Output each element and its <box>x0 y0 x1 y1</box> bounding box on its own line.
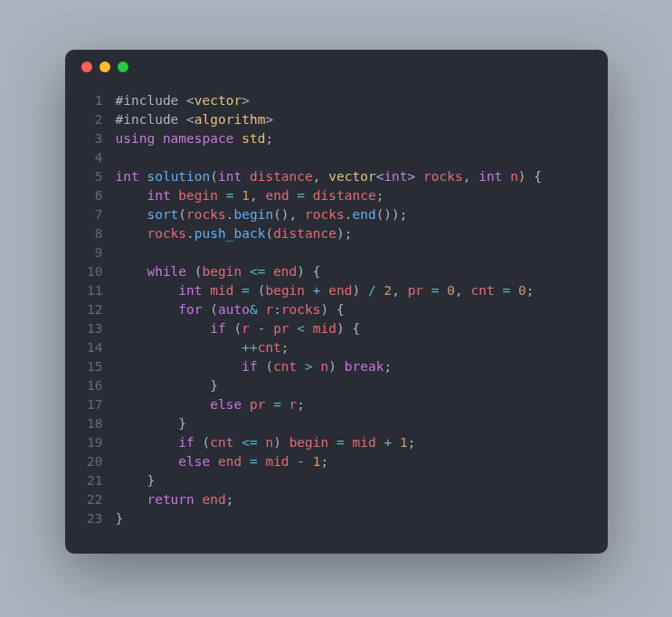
code-content: } <box>116 414 187 433</box>
line-number: 7 <box>65 205 116 224</box>
code-window: 1#include <vector>2#include <algorithm>3… <box>65 50 608 554</box>
code-line: 20 else end = mid - 1; <box>65 452 590 471</box>
code-line: 1#include <vector> <box>65 91 590 110</box>
maximize-icon[interactable] <box>118 62 128 72</box>
code-line: 19 if (cnt <= n) begin = mid + 1; <box>65 433 590 452</box>
code-line: 2#include <algorithm> <box>65 110 590 129</box>
line-number: 12 <box>65 300 116 319</box>
code-line: 4 <box>65 148 590 167</box>
line-number: 18 <box>65 414 116 433</box>
code-content: sort(rocks.begin(), rocks.end()); <box>116 205 408 224</box>
line-number: 10 <box>65 262 116 281</box>
minimize-icon[interactable] <box>99 62 110 72</box>
code-content: using namespace std; <box>116 129 274 148</box>
code-content: int mid = (begin + end) / 2, pr = 0, cnt… <box>116 281 535 300</box>
code-content: #include <algorithm> <box>116 110 274 129</box>
code-line: 9 <box>65 243 590 262</box>
code-content: else end = mid - 1; <box>116 452 329 471</box>
titlebar <box>65 50 608 84</box>
code-content: if (cnt > n) break; <box>116 357 393 376</box>
code-area: 1#include <vector>2#include <algorithm>3… <box>65 84 608 554</box>
code-line: 16 } <box>65 376 590 395</box>
code-line: 11 int mid = (begin + end) / 2, pr = 0, … <box>65 281 590 300</box>
code-content: ++cnt; <box>116 338 289 357</box>
code-content: #include <vector> <box>116 91 250 110</box>
code-content: if (cnt <= n) begin = mid + 1; <box>116 433 416 452</box>
code-line: 6 int begin = 1, end = distance; <box>65 186 590 205</box>
code-line: 14 ++cnt; <box>65 338 590 357</box>
line-number: 11 <box>65 281 116 300</box>
code-content: while (begin <= end) { <box>116 262 321 281</box>
code-content: if (r - pr < mid) { <box>116 319 361 338</box>
code-content: int begin = 1, end = distance; <box>116 186 384 205</box>
line-number: 22 <box>65 490 116 509</box>
line-number: 20 <box>65 452 116 471</box>
line-number: 17 <box>65 395 116 414</box>
close-icon[interactable] <box>81 62 92 72</box>
code-content <box>116 148 124 167</box>
line-number: 4 <box>65 148 116 167</box>
code-content: rocks.push_back(distance); <box>116 224 353 243</box>
code-line: 8 rocks.push_back(distance); <box>65 224 590 243</box>
code-line: 3using namespace std; <box>65 129 590 148</box>
code-line: 18 } <box>65 414 590 433</box>
code-content: } <box>116 471 156 490</box>
code-line: 7 sort(rocks.begin(), rocks.end()); <box>65 205 590 224</box>
code-content: int solution(int distance, vector<int> r… <box>116 167 543 186</box>
code-content <box>116 243 124 262</box>
line-number: 5 <box>65 167 116 186</box>
line-number: 3 <box>65 129 116 148</box>
line-number: 9 <box>65 243 116 262</box>
code-content: } <box>116 509 124 528</box>
code-line: 12 for (auto& r:rocks) { <box>65 300 590 319</box>
line-number: 15 <box>65 357 116 376</box>
code-line: 17 else pr = r; <box>65 395 590 414</box>
code-content: } <box>116 376 219 395</box>
line-number: 16 <box>65 376 116 395</box>
code-line: 21 } <box>65 471 590 490</box>
code-line: 5int solution(int distance, vector<int> … <box>65 167 590 186</box>
line-number: 23 <box>65 509 116 528</box>
code-content: return end; <box>116 490 234 509</box>
line-number: 21 <box>65 471 116 490</box>
line-number: 1 <box>65 91 116 110</box>
code-content: else pr = r; <box>116 395 306 414</box>
code-content: for (auto& r:rocks) { <box>116 300 345 319</box>
line-number: 19 <box>65 433 116 452</box>
code-line: 13 if (r - pr < mid) { <box>65 319 590 338</box>
code-line: 15 if (cnt > n) break; <box>65 357 590 376</box>
line-number: 2 <box>65 110 116 129</box>
code-line: 22 return end; <box>65 490 590 509</box>
line-number: 8 <box>65 224 116 243</box>
line-number: 14 <box>65 338 116 357</box>
line-number: 13 <box>65 319 116 338</box>
line-number: 6 <box>65 186 116 205</box>
code-line: 23} <box>65 509 590 528</box>
code-line: 10 while (begin <= end) { <box>65 262 590 281</box>
